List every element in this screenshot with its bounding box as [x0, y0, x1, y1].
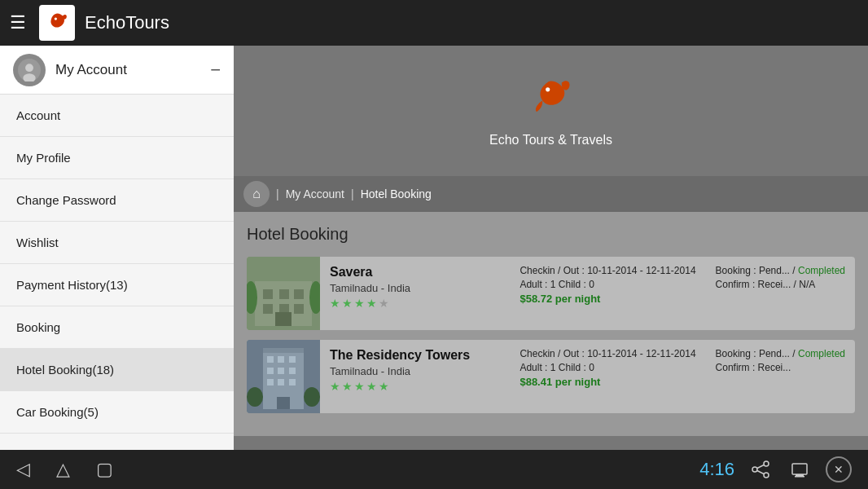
sidebar-item-car-booking[interactable]: Car Booking(5) — [0, 391, 234, 434]
booking-label: Booking : Pend... / Completed — [716, 348, 845, 359]
checkin-out: Checkin / Out : 10-11-2014 - 12-11-2014 — [519, 265, 695, 276]
star-2: ★ — [342, 297, 353, 310]
brand-logo — [527, 74, 576, 126]
adult-child: Adult : 1 Child : 0 — [519, 279, 695, 290]
svg-rect-29 — [277, 397, 290, 409]
share-button[interactable] — [747, 456, 774, 482]
sidebar-item-payment-history[interactable]: Payment History(13) — [0, 264, 234, 306]
table-row[interactable]: The Residency Towers Tamilnadu - India ★… — [247, 340, 855, 413]
booking-details-savera: Checkin / Out : 10-11-2014 - 12-11-2014 … — [510, 257, 705, 330]
bottom-right-controls: 4:16 ✕ — [699, 456, 852, 482]
sidebar-item-wishlist[interactable]: Wishlist — [0, 222, 234, 264]
svg-rect-21 — [278, 356, 284, 363]
star-3: ★ — [354, 297, 365, 310]
sidebar-item-my-profile[interactable]: My Profile — [0, 137, 234, 179]
sidebar-item-hotel-booking[interactable]: Hotel Booking(18) — [0, 349, 234, 391]
star-1: ★ — [330, 380, 340, 393]
brand-name: Echo Tours & Travels — [489, 133, 612, 148]
svg-rect-9 — [279, 289, 289, 299]
avatar — [13, 54, 46, 86]
app-logo — [39, 5, 75, 41]
app-title: EchoTours — [85, 12, 169, 33]
home-button[interactable]: ⌂ — [243, 181, 270, 207]
svg-rect-37 — [792, 464, 807, 474]
star-1: ★ — [330, 297, 340, 310]
svg-line-36 — [757, 471, 764, 474]
breadcrumb: ⌂ | My Account | Hotel Booking — [234, 176, 868, 212]
svg-point-3 — [25, 64, 33, 72]
hotel-stars: ★ ★ ★ ★ ★ — [330, 297, 500, 310]
svg-rect-39 — [795, 476, 804, 478]
confirm-label: Confirm : Recei... — [716, 362, 845, 373]
svg-rect-27 — [278, 379, 284, 385]
price: $58.72 per night — [519, 293, 695, 305]
hotel-info-residency: The Residency Towers Tamilnadu - India ★… — [320, 340, 510, 413]
close-button[interactable]: ✕ — [826, 456, 852, 482]
svg-rect-23 — [267, 368, 274, 374]
home-button-bottom[interactable]: △ — [56, 459, 70, 480]
breadcrumb-my-account[interactable]: My Account — [286, 187, 344, 200]
sidebar-item-package-booking[interactable]: Package Booking(0) — [0, 434, 234, 450]
hotel-info-savera: Savera Tamilnadu - India ★ ★ ★ ★ ★ — [320, 257, 510, 330]
svg-rect-11 — [263, 304, 273, 314]
svg-rect-20 — [267, 356, 274, 363]
main-layout: My Account − Account My Profile Change P… — [0, 46, 868, 450]
recents-button[interactable]: ▢ — [96, 459, 113, 480]
brand-area: Echo Tours & Travels — [234, 46, 868, 176]
svg-rect-14 — [275, 312, 292, 326]
hotel-location: Tamilnadu - India — [330, 365, 500, 377]
section-title: Hotel Booking — [247, 225, 855, 244]
svg-point-30 — [247, 387, 263, 407]
hotel-image-savera — [247, 257, 320, 330]
star-4-half: ★ — [366, 297, 377, 310]
svg-rect-26 — [267, 379, 274, 385]
svg-point-1 — [55, 17, 57, 20]
table-row[interactable]: Savera Tamilnadu - India ★ ★ ★ ★ ★ Check… — [247, 257, 855, 330]
breadcrumb-separator: | — [276, 187, 279, 200]
star-4: ★ — [366, 380, 377, 393]
svg-rect-38 — [796, 474, 804, 476]
svg-point-5 — [546, 87, 550, 91]
adult-child: Adult : 1 Child : 0 — [519, 362, 695, 373]
sidebar-account-title: My Account — [55, 62, 210, 78]
breadcrumb-separator-2: | — [351, 187, 354, 200]
hotel-name: Savera — [330, 265, 500, 280]
svg-point-34 — [764, 473, 769, 478]
sidebar: My Account − Account My Profile Change P… — [0, 46, 234, 450]
booking-label: Booking : Pend... / Completed — [716, 265, 845, 276]
home-icon: ⌂ — [252, 187, 261, 201]
breadcrumb-hotel-booking[interactable]: Hotel Booking — [361, 187, 432, 200]
sidebar-item-booking[interactable]: Booking — [0, 306, 234, 349]
close-icon: ✕ — [834, 463, 844, 476]
svg-rect-24 — [278, 368, 284, 374]
time-display: 4:16 — [699, 459, 734, 480]
svg-line-35 — [757, 465, 764, 469]
booking-content: Hotel Booking — [234, 212, 868, 436]
hotel-image-residency — [247, 340, 320, 413]
hotel-stars: ★ ★ ★ ★ ★ — [330, 380, 500, 393]
svg-point-31 — [304, 387, 320, 407]
price: $88.41 per night — [519, 376, 695, 388]
svg-rect-19 — [263, 348, 304, 353]
booking-status-savera: Booking : Pend... / Completed Confirm : … — [706, 257, 855, 330]
star-3: ★ — [354, 380, 365, 393]
svg-rect-28 — [289, 379, 296, 385]
cast-button[interactable] — [787, 456, 813, 482]
main-content: Echo Tours & Travels ⌂ | My Account | Ho… — [234, 46, 868, 450]
svg-rect-25 — [289, 368, 296, 374]
bottom-bar: ◁ △ ▢ 4:16 ✕ — [0, 450, 868, 489]
hotel-name: The Residency Towers — [330, 348, 500, 363]
star-2: ★ — [342, 380, 353, 393]
sidebar-item-change-password[interactable]: Change Password — [0, 179, 234, 222]
top-bar: ☰ EchoTours — [0, 0, 868, 46]
svg-rect-8 — [263, 289, 273, 299]
sidebar-collapse-button[interactable]: − — [210, 59, 221, 81]
checkin-out: Checkin / Out : 10-11-2014 - 12-11-2014 — [519, 348, 695, 359]
sidebar-item-account[interactable]: Account — [0, 95, 234, 137]
sidebar-header: My Account − — [0, 46, 234, 95]
booking-status-residency: Booking : Pend... / Completed Confirm : … — [706, 340, 855, 413]
hamburger-icon[interactable]: ☰ — [10, 12, 26, 33]
back-button[interactable]: ◁ — [16, 459, 30, 480]
hotel-location: Tamilnadu - India — [330, 282, 500, 294]
svg-rect-22 — [289, 356, 296, 363]
